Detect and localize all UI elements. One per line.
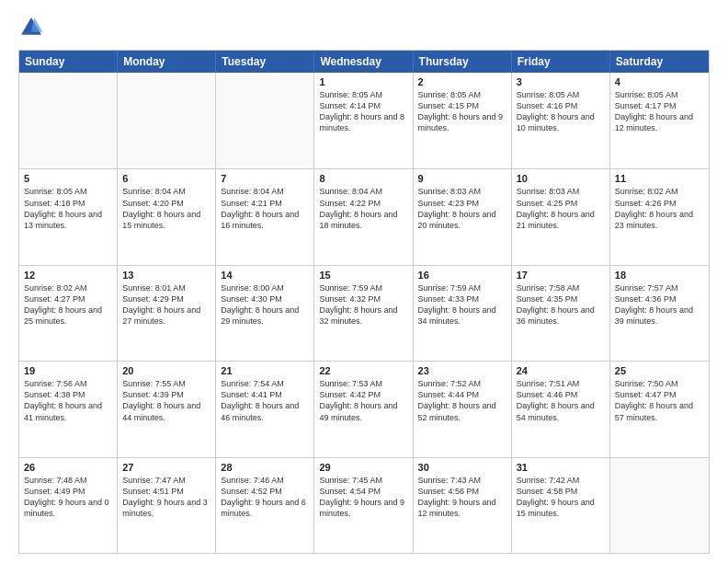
day-number: 12 <box>24 270 112 281</box>
day-number: 11 <box>615 173 704 184</box>
day-cell-29: 29Sunrise: 7:45 AM Sunset: 4:54 PM Dayli… <box>314 458 413 553</box>
week-row-3: 12Sunrise: 8:02 AM Sunset: 4:27 PM Dayli… <box>19 265 709 361</box>
weekday-header-saturday: Saturday <box>610 51 709 73</box>
day-number: 2 <box>418 76 506 87</box>
cell-info: Sunrise: 7:55 AM Sunset: 4:39 PM Dayligh… <box>122 378 210 423</box>
cell-info: Sunrise: 7:46 AM Sunset: 4:52 PM Dayligh… <box>221 475 309 520</box>
day-cell-31: 31Sunrise: 7:42 AM Sunset: 4:58 PM Dayli… <box>512 458 610 553</box>
week-row-1: 1Sunrise: 8:05 AM Sunset: 4:14 PM Daylig… <box>19 73 709 168</box>
cell-info: Sunrise: 7:48 AM Sunset: 4:49 PM Dayligh… <box>24 475 112 520</box>
day-number: 3 <box>517 76 605 87</box>
week-row-5: 26Sunrise: 7:48 AM Sunset: 4:49 PM Dayli… <box>19 457 709 553</box>
day-number: 7 <box>221 173 309 184</box>
svg-marker-1 <box>31 17 42 32</box>
day-number: 23 <box>418 365 506 376</box>
cell-info: Sunrise: 7:52 AM Sunset: 4:44 PM Dayligh… <box>418 378 506 423</box>
cell-info: Sunrise: 7:43 AM Sunset: 4:56 PM Dayligh… <box>418 475 506 520</box>
day-number: 10 <box>517 173 605 184</box>
day-cell-14: 14Sunrise: 8:00 AM Sunset: 4:30 PM Dayli… <box>216 266 314 361</box>
empty-cell <box>610 458 709 553</box>
day-cell-15: 15Sunrise: 7:59 AM Sunset: 4:32 PM Dayli… <box>314 266 413 361</box>
day-cell-28: 28Sunrise: 7:46 AM Sunset: 4:52 PM Dayli… <box>216 458 314 553</box>
weekday-header-wednesday: Wednesday <box>314 51 413 73</box>
day-cell-9: 9Sunrise: 8:03 AM Sunset: 4:23 PM Daylig… <box>414 169 512 264</box>
day-number: 30 <box>418 462 506 473</box>
cell-info: Sunrise: 7:51 AM Sunset: 4:46 PM Dayligh… <box>517 378 605 423</box>
day-cell-23: 23Sunrise: 7:52 AM Sunset: 4:44 PM Dayli… <box>414 362 512 456</box>
cell-info: Sunrise: 8:03 AM Sunset: 4:25 PM Dayligh… <box>517 186 605 231</box>
cell-info: Sunrise: 8:04 AM Sunset: 4:22 PM Dayligh… <box>319 186 407 231</box>
day-number: 21 <box>221 365 309 376</box>
day-cell-20: 20Sunrise: 7:55 AM Sunset: 4:39 PM Dayli… <box>118 362 216 456</box>
cell-info: Sunrise: 8:02 AM Sunset: 4:27 PM Dayligh… <box>24 282 112 327</box>
day-number: 17 <box>517 270 605 281</box>
day-cell-16: 16Sunrise: 7:59 AM Sunset: 4:33 PM Dayli… <box>414 266 512 361</box>
weekday-header-thursday: Thursday <box>414 51 512 73</box>
weekday-header-sunday: Sunday <box>19 51 118 73</box>
page: SundayMondayTuesdayWednesdayThursdayFrid… <box>0 0 728 563</box>
cell-info: Sunrise: 7:45 AM Sunset: 4:54 PM Dayligh… <box>319 475 407 520</box>
day-number: 24 <box>517 365 605 376</box>
cell-info: Sunrise: 8:01 AM Sunset: 4:29 PM Dayligh… <box>122 282 210 327</box>
cell-info: Sunrise: 7:56 AM Sunset: 4:38 PM Dayligh… <box>24 378 112 423</box>
day-number: 13 <box>122 270 210 281</box>
cell-info: Sunrise: 8:00 AM Sunset: 4:30 PM Dayligh… <box>221 282 309 327</box>
week-row-4: 19Sunrise: 7:56 AM Sunset: 4:38 PM Dayli… <box>19 361 709 456</box>
day-cell-6: 6Sunrise: 8:04 AM Sunset: 4:20 PM Daylig… <box>118 169 216 264</box>
day-cell-8: 8Sunrise: 8:04 AM Sunset: 4:22 PM Daylig… <box>314 169 413 264</box>
day-number: 1 <box>319 76 407 87</box>
day-cell-18: 18Sunrise: 7:57 AM Sunset: 4:36 PM Dayli… <box>610 266 709 361</box>
day-number: 9 <box>418 173 506 184</box>
day-number: 15 <box>319 270 407 281</box>
day-cell-11: 11Sunrise: 8:02 AM Sunset: 4:26 PM Dayli… <box>610 169 709 264</box>
day-cell-2: 2Sunrise: 8:05 AM Sunset: 4:15 PM Daylig… <box>414 73 512 168</box>
day-cell-25: 25Sunrise: 7:50 AM Sunset: 4:47 PM Dayli… <box>610 362 709 456</box>
day-number: 22 <box>319 365 407 376</box>
day-number: 28 <box>221 462 309 473</box>
cell-info: Sunrise: 7:47 AM Sunset: 4:51 PM Dayligh… <box>122 475 210 520</box>
day-number: 6 <box>122 173 210 184</box>
cell-info: Sunrise: 8:05 AM Sunset: 4:17 PM Dayligh… <box>615 89 704 134</box>
weekday-header-tuesday: Tuesday <box>216 51 314 73</box>
empty-cell <box>19 73 118 168</box>
day-cell-30: 30Sunrise: 7:43 AM Sunset: 4:56 PM Dayli… <box>414 458 512 553</box>
day-number: 16 <box>418 270 506 281</box>
weekday-header-monday: Monday <box>118 51 216 73</box>
cell-info: Sunrise: 8:02 AM Sunset: 4:26 PM Dayligh… <box>615 186 704 231</box>
day-cell-27: 27Sunrise: 7:47 AM Sunset: 4:51 PM Dayli… <box>118 458 216 553</box>
day-number: 14 <box>221 270 309 281</box>
day-number: 18 <box>615 270 704 281</box>
day-cell-12: 12Sunrise: 8:02 AM Sunset: 4:27 PM Dayli… <box>19 266 118 361</box>
cell-info: Sunrise: 8:05 AM Sunset: 4:16 PM Dayligh… <box>517 89 605 134</box>
day-number: 25 <box>615 365 704 376</box>
weekday-header-friday: Friday <box>512 51 610 73</box>
day-number: 19 <box>24 365 112 376</box>
day-cell-26: 26Sunrise: 7:48 AM Sunset: 4:49 PM Dayli… <box>19 458 118 553</box>
cell-info: Sunrise: 8:05 AM Sunset: 4:15 PM Dayligh… <box>418 89 506 134</box>
day-cell-19: 19Sunrise: 7:56 AM Sunset: 4:38 PM Dayli… <box>19 362 118 456</box>
cell-info: Sunrise: 7:59 AM Sunset: 4:33 PM Dayligh… <box>418 282 506 327</box>
cell-info: Sunrise: 7:54 AM Sunset: 4:41 PM Dayligh… <box>221 378 309 423</box>
day-number: 4 <box>615 76 704 87</box>
day-number: 26 <box>24 462 112 473</box>
day-cell-4: 4Sunrise: 8:05 AM Sunset: 4:17 PM Daylig… <box>610 73 709 168</box>
cell-info: Sunrise: 7:58 AM Sunset: 4:35 PM Dayligh… <box>517 282 605 327</box>
day-number: 27 <box>122 462 210 473</box>
cell-info: Sunrise: 7:57 AM Sunset: 4:36 PM Dayligh… <box>615 282 704 327</box>
cell-info: Sunrise: 7:42 AM Sunset: 4:58 PM Dayligh… <box>517 475 605 520</box>
empty-cell <box>118 73 216 168</box>
day-number: 31 <box>517 462 605 473</box>
day-cell-24: 24Sunrise: 7:51 AM Sunset: 4:46 PM Dayli… <box>512 362 610 456</box>
day-number: 8 <box>319 173 407 184</box>
calendar: SundayMondayTuesdayWednesdayThursdayFrid… <box>18 50 710 554</box>
cell-info: Sunrise: 8:04 AM Sunset: 4:20 PM Dayligh… <box>122 186 210 231</box>
cell-info: Sunrise: 8:05 AM Sunset: 4:18 PM Dayligh… <box>24 186 112 231</box>
day-cell-1: 1Sunrise: 8:05 AM Sunset: 4:14 PM Daylig… <box>314 73 413 168</box>
week-row-2: 5Sunrise: 8:05 AM Sunset: 4:18 PM Daylig… <box>19 168 709 264</box>
cell-info: Sunrise: 8:03 AM Sunset: 4:23 PM Dayligh… <box>418 186 506 231</box>
day-cell-3: 3Sunrise: 8:05 AM Sunset: 4:16 PM Daylig… <box>512 73 610 168</box>
day-cell-10: 10Sunrise: 8:03 AM Sunset: 4:25 PM Dayli… <box>512 169 610 264</box>
day-cell-21: 21Sunrise: 7:54 AM Sunset: 4:41 PM Dayli… <box>216 362 314 456</box>
day-cell-13: 13Sunrise: 8:01 AM Sunset: 4:29 PM Dayli… <box>118 266 216 361</box>
cell-info: Sunrise: 7:53 AM Sunset: 4:42 PM Dayligh… <box>319 378 407 423</box>
